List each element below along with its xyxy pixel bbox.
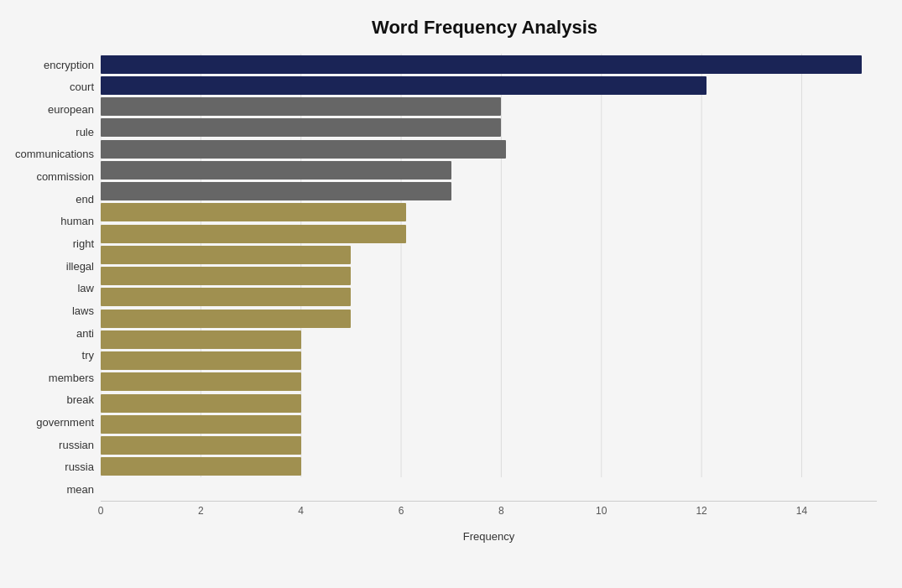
bar-row bbox=[101, 181, 877, 202]
bar bbox=[101, 457, 301, 476]
y-label: anti bbox=[76, 328, 94, 339]
bar-row bbox=[101, 54, 877, 75]
x-tick: 4 bbox=[298, 505, 304, 517]
bar bbox=[101, 97, 501, 116]
y-label: communications bbox=[15, 148, 94, 159]
bar-row bbox=[101, 138, 877, 159]
y-label: court bbox=[70, 81, 94, 92]
bar bbox=[101, 267, 351, 285]
x-tick: 6 bbox=[399, 505, 404, 517]
x-tick: 8 bbox=[498, 505, 504, 517]
bar bbox=[101, 351, 301, 370]
bar bbox=[101, 372, 301, 391]
bar bbox=[101, 182, 451, 200]
y-label: right bbox=[73, 238, 94, 249]
bar-row bbox=[101, 456, 877, 477]
x-tick: 14 bbox=[796, 505, 807, 517]
bar-row bbox=[101, 202, 877, 223]
bar bbox=[101, 415, 301, 434]
bar-row bbox=[101, 223, 877, 244]
y-label: try bbox=[82, 350, 94, 361]
bar-row bbox=[101, 308, 877, 329]
bar bbox=[101, 140, 506, 159]
y-label: russia bbox=[65, 461, 94, 472]
y-label: rule bbox=[76, 127, 94, 138]
bar-row bbox=[101, 159, 877, 180]
bar bbox=[101, 225, 406, 243]
x-tick: 12 bbox=[696, 505, 706, 517]
bar bbox=[101, 330, 301, 349]
bar-row bbox=[101, 329, 877, 350]
y-label: members bbox=[49, 372, 94, 383]
x-tick: 0 bbox=[98, 505, 104, 517]
bar-row bbox=[101, 435, 877, 456]
y-label: european bbox=[48, 104, 94, 115]
y-label: commission bbox=[36, 171, 94, 182]
bar-row bbox=[101, 414, 877, 434]
chart-container: Word Frequency Analysis encryptioncourte… bbox=[0, 0, 902, 588]
x-tick: 10 bbox=[596, 505, 607, 517]
bar bbox=[101, 118, 501, 137]
y-label: russian bbox=[59, 440, 94, 450]
y-label: laws bbox=[72, 305, 94, 316]
x-tick: 2 bbox=[198, 505, 204, 517]
bar-row bbox=[101, 96, 877, 117]
chart-title: Word Frequency Analysis bbox=[8, 17, 877, 39]
bar-row bbox=[101, 287, 877, 308]
y-label: law bbox=[77, 283, 94, 294]
bar bbox=[101, 55, 862, 74]
bar bbox=[101, 394, 301, 413]
bar-row bbox=[101, 117, 877, 138]
bar-row bbox=[101, 244, 877, 265]
bar bbox=[101, 246, 351, 264]
y-label: government bbox=[36, 417, 94, 428]
bar bbox=[101, 203, 406, 221]
plot-area: Frequency 02468101214 bbox=[101, 54, 877, 524]
y-label: break bbox=[66, 394, 94, 405]
bar-row bbox=[101, 266, 877, 287]
y-label: encryption bbox=[44, 60, 94, 70]
bars-wrapper bbox=[101, 54, 877, 501]
bar bbox=[101, 288, 351, 306]
x-axis-label: Frequency bbox=[101, 530, 877, 543]
bar bbox=[101, 436, 301, 455]
y-axis-labels: encryptioncourteuropeanrulecommunication… bbox=[8, 54, 101, 524]
bar-row bbox=[101, 75, 877, 96]
bar bbox=[101, 310, 351, 328]
chart-area: encryptioncourteuropeanrulecommunication… bbox=[8, 54, 877, 524]
bar bbox=[101, 76, 706, 95]
y-label: mean bbox=[66, 484, 94, 495]
y-label: illegal bbox=[66, 261, 94, 272]
bar-row bbox=[101, 372, 877, 393]
bar bbox=[101, 161, 451, 180]
y-label: end bbox=[76, 194, 94, 205]
bar-row bbox=[101, 393, 877, 414]
bar-row bbox=[101, 351, 877, 372]
x-axis: Frequency 02468101214 bbox=[101, 501, 877, 524]
y-label: human bbox=[60, 216, 94, 226]
